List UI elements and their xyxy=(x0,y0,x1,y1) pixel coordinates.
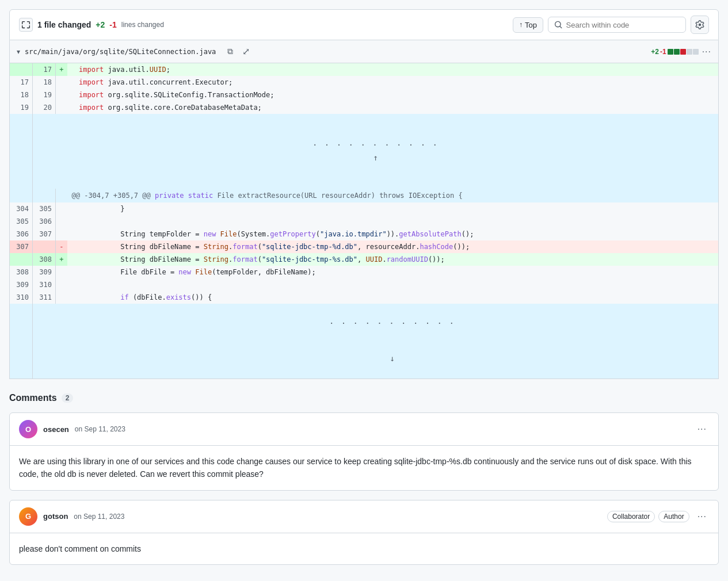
line-num-new: 18 xyxy=(33,76,56,89)
avatar-osecen: O xyxy=(19,420,37,438)
line-num-old: 310 xyxy=(10,291,33,304)
diff-header-right: ↑ Top xyxy=(513,16,709,34)
search-input[interactable] xyxy=(566,21,680,29)
line-num-new: 19 xyxy=(33,89,56,101)
line-code: import org.sqlite.core.CoreDatabaseMetaD… xyxy=(67,101,719,114)
line-num-new: 308 xyxy=(33,253,56,266)
line-num-new: 17 xyxy=(33,63,56,76)
line-code xyxy=(67,278,719,291)
line-num-new: 307 xyxy=(33,228,56,240)
table-row: 310 311 if (dbFile.exists()) { xyxy=(10,291,719,304)
removed-lines: -1 xyxy=(109,20,116,29)
line-code: File dbFile = new File(tempFolder, dbFil… xyxy=(67,266,719,278)
line-sign: + xyxy=(56,253,67,266)
line-code: String tempFolder = new File(System.getP… xyxy=(67,228,719,240)
table-row: 18 19 import org.sqlite.SQLiteConfig.Tra… xyxy=(10,89,719,101)
line-num-old xyxy=(10,253,33,266)
top-button[interactable]: ↑ Top xyxy=(513,17,543,33)
expand-files-icon[interactable] xyxy=(19,18,33,32)
gear-icon xyxy=(695,20,704,29)
stat-added: +2 xyxy=(651,48,659,56)
line-num-old: 309 xyxy=(10,278,33,291)
stat-block-5 xyxy=(693,49,699,55)
comments-count: 2 xyxy=(62,393,74,403)
expand-dots-bottom: · · · · · · · · · · · xyxy=(329,319,455,328)
diff-stat: +2 -1 xyxy=(651,48,698,56)
expand-arrow-up[interactable]: ↑ xyxy=(373,152,378,163)
collaborator-badge: Collaborator xyxy=(607,511,655,522)
line-sign xyxy=(56,101,67,114)
table-row: 307 - String dbFileName = String.format(… xyxy=(10,240,719,253)
comment-header-1: O osecen on Sep 11, 2023 ··· xyxy=(10,413,718,446)
diff-table: 17 + import java.util.UUID; 17 18 import… xyxy=(9,63,719,379)
avatar-label: G xyxy=(25,512,31,521)
comments-title: Comments xyxy=(9,393,57,403)
comment-header-2: G gotson on Sep 11, 2023 Collaborator Au… xyxy=(10,500,718,533)
comment-menu-2[interactable]: ··· xyxy=(695,510,709,523)
line-num-old: 305 xyxy=(10,215,33,228)
comment-card-2: G gotson on Sep 11, 2023 Collaborator Au… xyxy=(9,500,719,565)
stat-block-3 xyxy=(680,49,686,55)
hunk-header-row: @@ -304,7 +305,7 @@ private static File … xyxy=(10,189,719,202)
stat-blocks xyxy=(668,49,699,55)
line-sign xyxy=(56,89,67,101)
author-badge: Author xyxy=(658,511,689,522)
avatar-gotson: G xyxy=(19,507,37,526)
stat-block-4 xyxy=(687,49,692,55)
arrow-up-icon: ↑ xyxy=(519,21,523,29)
line-num-new: 311 xyxy=(33,291,56,304)
line-num-new: 309 xyxy=(33,266,56,278)
file-path: src/main/java/org/sqlite/SQLiteConnectio… xyxy=(25,48,216,56)
copy-path-button[interactable]: ⧉ xyxy=(225,45,235,58)
hunk-expand-row[interactable]: · · · · · · · · · · · ↑ xyxy=(10,114,719,189)
line-num-old: 306 xyxy=(10,228,33,240)
table-row: 17 18 import java.util.concurrent.Execut… xyxy=(10,76,719,89)
table-row: 17 + import java.util.UUID; xyxy=(10,63,719,76)
line-code: String dbFileName = String.format("sqlit… xyxy=(67,240,719,253)
comment-card-1: O osecen on Sep 11, 2023 ··· We are usin… xyxy=(9,412,719,491)
line-sign xyxy=(56,266,67,278)
comment-date-1: on Sep 11, 2023 xyxy=(75,425,125,433)
table-row: 308 + String dbFileName = String.format(… xyxy=(10,253,719,266)
line-num-old: 19 xyxy=(10,101,33,114)
line-sign: - xyxy=(56,240,67,253)
table-row: 305 306 xyxy=(10,215,719,228)
added-lines: +2 xyxy=(96,20,105,29)
stat-block-1 xyxy=(668,49,673,55)
comments-header: Comments 2 xyxy=(9,393,719,403)
line-num-old: 304 xyxy=(10,202,33,215)
lines-changed-label: lines changed xyxy=(121,21,164,29)
avatar-label: O xyxy=(25,425,31,434)
expand-file-button[interactable]: ⤢ xyxy=(240,45,252,58)
line-num-old: 17 xyxy=(10,76,33,89)
diff-header-left: 1 file changed +2 -1 lines changed xyxy=(19,18,506,32)
line-num-old: 308 xyxy=(10,266,33,278)
line-sign: + xyxy=(56,63,67,76)
diff-header: 1 file changed +2 -1 lines changed ↑ Top xyxy=(9,9,719,40)
comment-body-1: We are using this library in one of our … xyxy=(10,446,718,490)
file-more-button[interactable]: ··· xyxy=(702,47,711,57)
stat-block-2 xyxy=(674,49,680,55)
gear-button[interactable] xyxy=(691,16,709,34)
line-num-new: 306 xyxy=(33,215,56,228)
comment-badges-2: Collaborator Author xyxy=(607,511,689,522)
search-box[interactable] xyxy=(548,17,686,33)
table-row: 309 310 xyxy=(10,278,719,291)
hunk-expand-bottom-row[interactable]: · · · · · · · · · · · ↓ xyxy=(10,304,719,379)
chevron-icon[interactable]: ▾ xyxy=(17,48,20,56)
line-code: String dbFileName = String.format("sqlit… xyxy=(67,253,719,266)
line-num-old: 18 xyxy=(10,89,33,101)
table-row: 308 309 File dbFile = new File(tempFolde… xyxy=(10,266,719,278)
line-sign xyxy=(56,202,67,215)
table-row: 19 20 import org.sqlite.core.CoreDatabas… xyxy=(10,101,719,114)
line-code: import java.util.concurrent.Executor; xyxy=(67,76,719,89)
comment-menu-1[interactable]: ··· xyxy=(695,423,709,435)
line-code: if (dbFile.exists()) { xyxy=(67,291,719,304)
expand-arrow-down[interactable]: ↓ xyxy=(390,354,394,363)
file-row-right: +2 -1 ··· xyxy=(651,47,711,57)
comment-date-2: on Sep 11, 2023 xyxy=(74,513,124,521)
file-row: ▾ src/main/java/org/sqlite/SQLiteConnect… xyxy=(9,40,719,63)
line-code: import org.sqlite.SQLiteConfig.Transacti… xyxy=(67,89,719,101)
line-sign xyxy=(56,76,67,89)
line-num-new: 310 xyxy=(33,278,56,291)
